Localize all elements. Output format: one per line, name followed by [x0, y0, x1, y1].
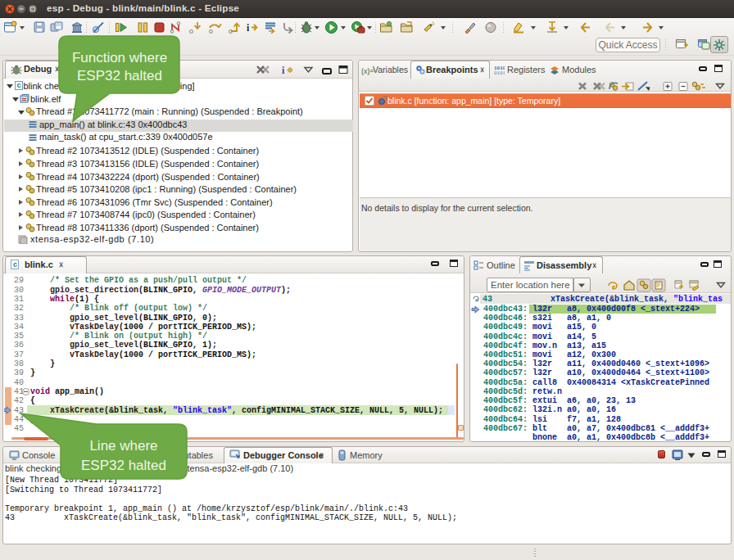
svg-text:Line where: Line where: [89, 438, 157, 454]
svg-text:Function where: Function where: [72, 50, 167, 65]
svg-text:ESP32 halted: ESP32 halted: [81, 458, 166, 473]
svg-text:ESP32 halted: ESP32 halted: [77, 68, 162, 84]
svg-text:i: i: [282, 65, 285, 76]
svg-text:i: i: [247, 22, 250, 34]
svg-text:0101: 0101: [494, 70, 505, 75]
